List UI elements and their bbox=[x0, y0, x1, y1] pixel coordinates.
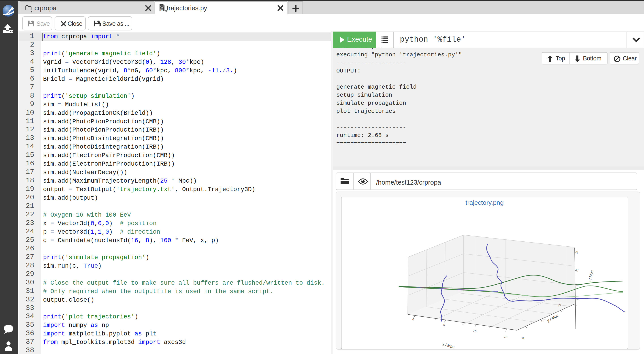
svg-text:15: 15 bbox=[575, 250, 579, 254]
svg-text:py: py bbox=[160, 8, 163, 11]
svg-text:10: 10 bbox=[473, 329, 477, 333]
svg-text:x / Mpc: x / Mpc bbox=[442, 342, 455, 349]
svg-text:15: 15 bbox=[504, 335, 508, 339]
svg-text:0: 0 bbox=[412, 318, 414, 321]
svg-text:5: 5 bbox=[541, 319, 544, 323]
svg-text:5: 5 bbox=[443, 323, 445, 327]
svg-text:z / Mpc: z / Mpc bbox=[588, 270, 594, 283]
svg-text:10: 10 bbox=[575, 268, 579, 272]
svg-text:0: 0 bbox=[522, 336, 524, 340]
